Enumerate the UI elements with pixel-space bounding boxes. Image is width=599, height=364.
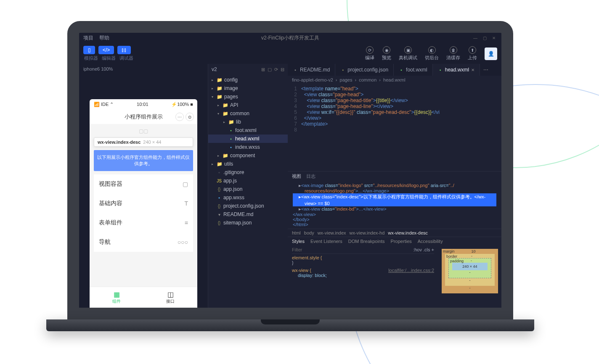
phone-statusbar: 📶 IDE ⌃ 10:01 ⚡100% ■ xyxy=(90,99,197,110)
tree-item-project.config.json[interactable]: {}project.config.json xyxy=(208,202,288,210)
phone-tabbar: ▦组件 ◫接口 xyxy=(90,287,197,308)
devtools-tab-view[interactable]: 视图 xyxy=(292,173,301,179)
list-item[interactable]: 表单组件≡ xyxy=(94,213,193,232)
minimize-button[interactable]: — xyxy=(472,36,479,41)
close-button[interactable]: ✕ xyxy=(490,36,497,41)
tree-item-head.wxml[interactable]: ▪head.wxml xyxy=(208,135,288,143)
camera-dot xyxy=(289,26,292,28)
tree-item-.gitignore[interactable]: ▫.gitignore xyxy=(208,168,288,177)
menu-help[interactable]: 帮助 xyxy=(99,34,109,42)
style-tabs: StylesEvent ListenersDOM BreakpointsProp… xyxy=(288,237,501,245)
new-file-icon[interactable]: ⊞ xyxy=(261,67,265,72)
tree-item-utils[interactable]: ▸📁utils xyxy=(208,160,288,168)
tree-item-README.md[interactable]: ▾README.md xyxy=(208,210,288,219)
action-清缓存[interactable]: 🗑清缓存 xyxy=(446,46,460,61)
dom-crumb[interactable]: wx-view.index-hd xyxy=(350,230,385,235)
tree-item-API[interactable]: ▸📁API xyxy=(208,101,288,109)
action-预览[interactable]: ◉预览 xyxy=(382,46,391,61)
phone-tab-api[interactable]: ◫接口 xyxy=(143,287,197,308)
phone-title: 小程序组件展示 xyxy=(125,113,163,121)
style-tab-Accessibility[interactable]: Accessibility xyxy=(418,239,443,244)
action-切后台[interactable]: ◐切后台 xyxy=(425,46,439,61)
simulator-panel: iphone6 100% 📶 IDE ⌃ 10:01 ⚡100% ■ 小程序组件… xyxy=(79,64,208,308)
phone-tab-components[interactable]: ▦组件 xyxy=(90,287,143,308)
new-folder-icon[interactable]: ▢ xyxy=(268,67,272,72)
phone-header: 小程序组件展示 ⋯ ⊙ xyxy=(90,110,197,124)
list-item[interactable]: 基础内容T xyxy=(94,194,193,213)
tree-item-foot.wxml[interactable]: ▪foot.wxml xyxy=(208,126,288,135)
crumb[interactable]: fino-applet-demo-v2 xyxy=(292,77,333,82)
dom-crumb[interactable]: wx-view.index xyxy=(318,230,346,235)
project-root[interactable]: v2 xyxy=(212,66,217,72)
tree-item-index.wxss[interactable]: ▪index.wxss xyxy=(208,143,288,151)
editor-tab-README.md[interactable]: ▪README.md xyxy=(288,64,335,76)
menu-project[interactable]: 项目 xyxy=(83,34,93,42)
highlighted-element[interactable]: 以下用展示小程序官方组件能力，组件样式仅供参考。 xyxy=(94,150,193,171)
style-tab-Event Listeners[interactable]: Event Listeners xyxy=(310,239,342,244)
style-tab-Styles[interactable]: Styles xyxy=(292,239,305,244)
ide-root: 项目 帮助 v2-FinClip小程序开发工具 — ▢ ✕ ▯ </> ⫿⫿ xyxy=(79,33,501,308)
crumb[interactable]: common xyxy=(359,77,376,82)
toolbar: ▯ </> ⫿⫿ 模拟器 编辑器 调试器 ⟳编译 ◉预览 ▣真机调试 ◐切后台 … xyxy=(79,43,501,64)
collapse-icon[interactable]: ⊟ xyxy=(281,67,284,72)
laptop-frame: 项目 帮助 v2-FinClip小程序开发工具 — ▢ ✕ ▯ </> ⫿⫿ xyxy=(67,21,513,331)
action-上传[interactable]: ⬆上传 xyxy=(468,46,477,61)
more-tabs[interactable]: ⋯ xyxy=(480,67,492,73)
sim-device-status: iphone6 100% xyxy=(79,64,208,74)
devtools-tab-log[interactable]: 日志 xyxy=(306,173,315,179)
crumb[interactable]: head.wxml xyxy=(383,77,406,82)
inspector-tooltip: wx-view.index-desc240 × 44 xyxy=(94,137,193,147)
window-title: v2-FinClip小程序开发工具 xyxy=(261,34,319,42)
list-item[interactable]: 导航○○○ xyxy=(94,232,193,252)
maximize-button[interactable]: ▢ xyxy=(481,36,488,41)
tree-item-image[interactable]: ▸📁image xyxy=(208,84,288,92)
debugger-toggle[interactable]: ⫿⫿ xyxy=(117,46,131,54)
simulator-toggle[interactable]: ▯ xyxy=(83,46,95,54)
devtools: 视图 日志 ▸<wx-image class="index-logo" src=… xyxy=(288,171,501,308)
styles-pane[interactable]: Filter :hov .cls + element.style {}</spa… xyxy=(288,245,438,308)
file-explorer: v2 ⊞ ▢ ⟳ ⊟ ▸📁config ▸📁image ▾📁pages ▸📁AP… xyxy=(208,64,288,308)
editor-tab-head.wxml[interactable]: ▪head.wxml✕ xyxy=(433,64,480,76)
phone-close-button[interactable]: ⊙ xyxy=(186,113,194,121)
editor-tabs: ▪README.md ▪project.config.json ▪foot.wx… xyxy=(288,64,501,76)
style-tab-Properties[interactable]: Properties xyxy=(391,239,412,244)
close-icon[interactable]: ✕ xyxy=(471,68,474,72)
action-真机调试[interactable]: ▣真机调试 xyxy=(399,46,417,61)
user-avatar[interactable]: 👤 xyxy=(485,47,497,60)
breadcrumb: fino-applet-demo-v2 › pages › common › h… xyxy=(288,76,501,84)
editor-toggle[interactable]: </> xyxy=(98,46,114,54)
crumb[interactable]: pages xyxy=(340,77,353,82)
tree-item-app.json[interactable]: {}app.json xyxy=(208,185,288,193)
action-编译[interactable]: ⟳编译 xyxy=(365,46,374,61)
phone-preview[interactable]: 📶 IDE ⌃ 10:01 ⚡100% ■ 小程序组件展示 ⋯ ⊙ xyxy=(90,99,197,308)
dom-crumb[interactable]: wx-view.index-desc xyxy=(388,230,428,235)
list-item[interactable]: 视图容器▢ xyxy=(94,174,193,194)
label-simulator: 模拟器 xyxy=(83,55,98,61)
refresh-icon[interactable]: ⟳ xyxy=(274,67,278,72)
tree-item-app.wxss[interactable]: ▪app.wxss xyxy=(208,193,288,202)
tree-item-app.js[interactable]: JSapp.js xyxy=(208,177,288,185)
dom-inspector[interactable]: ▸<wx-image class="index-logo" src="../re… xyxy=(288,181,501,229)
style-tab-DOM Breakpoints[interactable]: DOM Breakpoints xyxy=(348,239,385,244)
box-model: margin 10 border - padding - 240 × 4 xyxy=(438,245,501,308)
editor-panel: ▪README.md ▪project.config.json ▪foot.wx… xyxy=(288,64,501,308)
editor-tab-foot.wxml[interactable]: ▪foot.wxml xyxy=(394,64,433,76)
phone-menu-button[interactable]: ⋯ xyxy=(175,113,184,121)
menubar: 项目 帮助 v2-FinClip小程序开发工具 — ▢ ✕ xyxy=(79,33,501,43)
label-editor: 编辑器 xyxy=(101,55,116,61)
styles-filter[interactable]: Filter xyxy=(292,247,302,252)
tree-item-pages[interactable]: ▾📁pages xyxy=(208,92,288,101)
tree-item-lib[interactable]: ▸📁lib xyxy=(208,118,288,126)
styles-toggles[interactable]: :hov .cls + xyxy=(413,247,434,252)
dom-crumb[interactable]: body xyxy=(304,230,314,235)
dom-crumb[interactable]: html xyxy=(292,230,301,235)
tree-item-component[interactable]: ▸📁component xyxy=(208,151,288,160)
tree-item-config[interactable]: ▸📁config xyxy=(208,76,288,84)
code-area[interactable]: 1<template name="head">2 <view class="pa… xyxy=(288,84,501,171)
tree-item-common[interactable]: ▾📁common xyxy=(208,109,288,118)
dom-breadcrumb: htmlbodywx-view.indexwx-view.index-hdwx-… xyxy=(288,229,501,237)
editor-tab-project.config.json[interactable]: ▪project.config.json xyxy=(335,64,394,76)
tree-item-sitemap.json[interactable]: {}sitemap.json xyxy=(208,219,288,227)
label-debugger: 调试器 xyxy=(119,55,134,61)
